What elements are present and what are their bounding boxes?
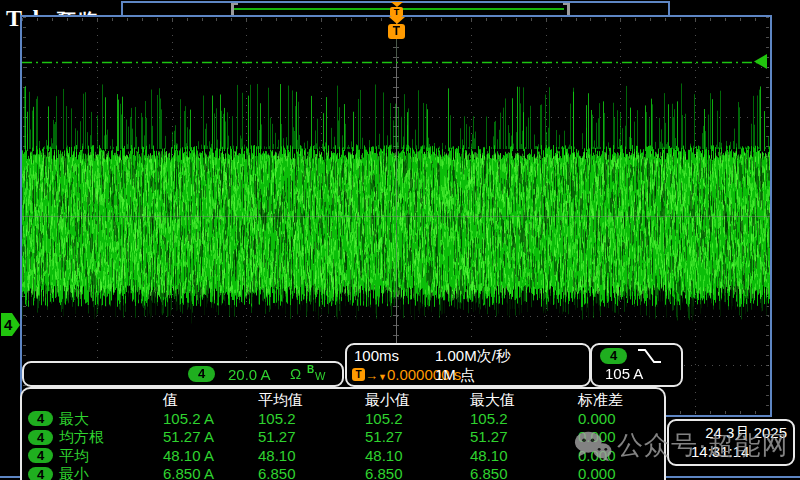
oscilloscope-screen: Tek 预览 4 4 20.0 A Ω B W 100ms 1.00M次/秒 0…	[0, 0, 800, 480]
meas-row-min-label[interactable]: 4最小	[22, 465, 163, 480]
meas-mean-max: 48.10	[470, 447, 578, 466]
falling-edge-icon	[636, 346, 663, 366]
record-length: 1M 点	[435, 366, 475, 385]
col-header-min: 最小值	[365, 391, 470, 410]
col-header-mean: 平均值	[258, 391, 365, 410]
channel4-readout[interactable]: 4 20.0 A Ω B W	[22, 361, 344, 387]
meas-rms-max: 51.27	[470, 428, 578, 447]
channel4-ground-marker-label: 4	[4, 316, 12, 333]
trigger-source-badge: 4	[600, 348, 627, 364]
meas-min-max: 6.850	[470, 465, 578, 480]
wechat-icon	[574, 429, 612, 463]
meas-max-max: 105.2	[470, 410, 578, 429]
meas-mean-min: 48.10	[365, 447, 470, 466]
watermark: 公众号·超能网	[574, 428, 789, 463]
meas-min-value: 6.850 A	[163, 465, 258, 480]
meas-row-mean-label[interactable]: 4平均	[22, 447, 163, 466]
col-header-max: 最大值	[470, 391, 578, 410]
meas-row-rms-label[interactable]: 4均方根	[22, 428, 163, 447]
channel4-badge: 4	[188, 366, 215, 382]
meas-max-min: 105.2	[365, 410, 470, 429]
watermark-text: 公众号·超能网	[617, 428, 789, 463]
meas-min-mean: 6.850	[258, 465, 365, 480]
col-header-std: 标准差	[578, 391, 664, 410]
trigger-position-marker-icon[interactable]	[388, 17, 405, 59]
trigger-readout[interactable]: 4 105 A	[590, 343, 683, 387]
bandwidth-limit-icon: B	[307, 364, 314, 375]
meas-row-max-label[interactable]: 4最大	[22, 410, 163, 429]
meas-rms-min: 51.27	[365, 428, 470, 447]
meas-max-mean: 105.2	[258, 410, 365, 429]
table-corner	[22, 391, 163, 410]
timebase-scale: 100ms	[354, 347, 399, 364]
meas-mean-value: 48.10 A	[163, 447, 258, 466]
sample-rate: 1.00M次/秒	[435, 347, 511, 366]
trigger-level-arrow-icon[interactable]	[754, 54, 768, 69]
meas-mean-mean: 48.10	[258, 447, 365, 466]
arrow-down-icon	[378, 366, 387, 383]
measurement-table: 值 平均值 最小值 最大值 标准差 4最大 105.2 A 105.2 105.…	[20, 387, 666, 480]
trigger-position-icon-small[interactable]	[390, 2, 403, 17]
meas-rms-value: 51.27 A	[163, 428, 258, 447]
col-header-value: 值	[163, 391, 258, 410]
meas-min-std: 0.000	[578, 465, 664, 480]
bandwidth-limit-icon-sub: W	[315, 370, 325, 382]
meas-max-value: 105.2 A	[163, 410, 258, 429]
channel4-scale: 20.0 A	[228, 366, 271, 383]
channel4-ground-marker[interactable]: 4	[1, 313, 20, 337]
horizontal-readout[interactable]: 100ms 1.00M次/秒 0.000000 s 1M 点	[345, 343, 591, 387]
arrow-right-icon	[365, 366, 378, 383]
trigger-t-icon	[352, 368, 365, 381]
meas-rms-mean: 51.27	[258, 428, 365, 447]
trigger-level-value: 105 A	[605, 365, 643, 382]
coupling-ohm-icon: Ω	[290, 365, 301, 382]
meas-max-std: 0.000	[578, 410, 664, 429]
meas-min-min: 6.850	[365, 465, 470, 480]
